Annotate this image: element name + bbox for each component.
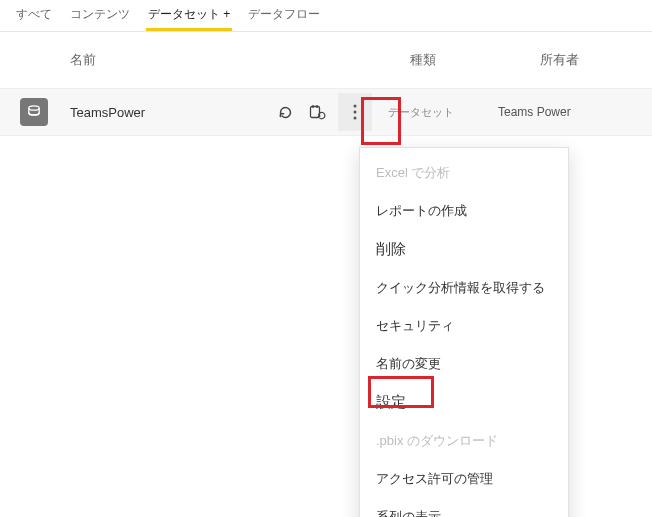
dataset-owner: Teams Power [498,105,571,119]
dataset-type: データセット [388,105,498,120]
dataset-icon [20,98,48,126]
menu-rename[interactable]: 名前の変更 [360,345,568,383]
menu-download-pbix: .pbix のダウンロード [360,422,568,460]
column-header-name[interactable]: 名前 [70,51,360,69]
schedule-refresh-button[interactable] [302,97,332,127]
vertical-ellipsis-icon [353,104,357,120]
tab-bar: すべて コンテンツ データセット + データフロー [0,0,652,32]
menu-delete[interactable]: 削除 [360,230,568,269]
tab-dataflows[interactable]: データフロー [246,2,322,31]
more-options-button[interactable] [338,93,372,131]
column-headers: 名前 種類 所有者 [0,32,652,88]
menu-manage-permissions[interactable]: アクセス許可の管理 [360,460,568,498]
table-row[interactable]: TeamsPower データセット Teams Po [0,88,652,136]
menu-security[interactable]: セキュリティ [360,307,568,345]
menu-quick-insights[interactable]: クイック分析情報を取得する [360,269,568,307]
menu-settings[interactable]: 設定 [360,383,568,422]
menu-view-lineage[interactable]: 系列の表示 [360,498,568,517]
menu-analyze-in-excel: Excel で分析 [360,154,568,192]
context-menu: Excel で分析 レポートの作成 削除 クイック分析情報を取得する セキュリテ… [359,147,569,517]
column-header-type[interactable]: 種類 [410,51,540,69]
row-actions [270,93,372,131]
menu-create-report[interactable]: レポートの作成 [360,192,568,230]
svg-point-4 [354,105,357,108]
tab-datasets[interactable]: データセット + [146,2,232,31]
svg-point-5 [354,111,357,114]
tab-all[interactable]: すべて [14,2,54,31]
column-header-owner[interactable]: 所有者 [540,51,652,69]
refresh-button[interactable] [270,97,300,127]
svg-point-0 [29,106,39,110]
tab-content[interactable]: コンテンツ [68,2,132,31]
dataset-name[interactable]: TeamsPower [70,105,270,120]
svg-point-6 [354,117,357,120]
